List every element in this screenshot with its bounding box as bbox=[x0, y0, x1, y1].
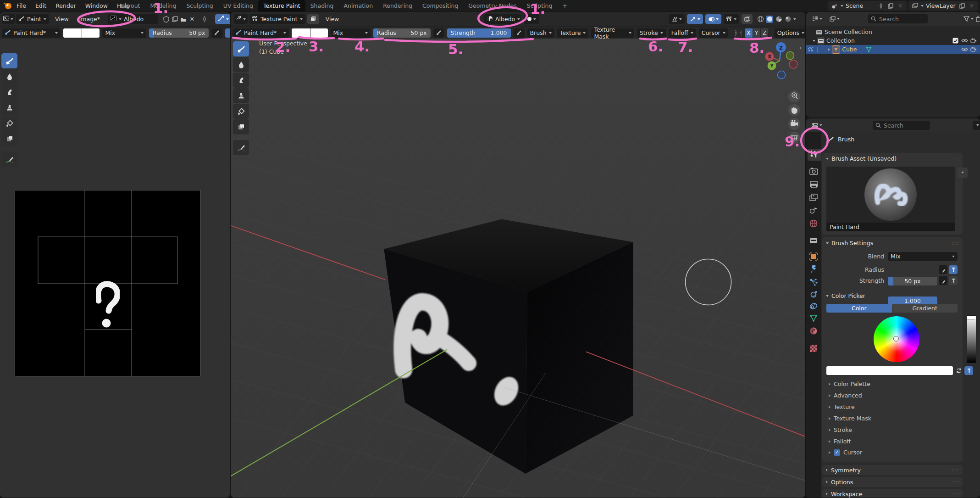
ie-radius-slider[interactable]: Radius 50 px bbox=[149, 28, 209, 38]
show-visibility-dropdown[interactable] bbox=[669, 14, 685, 24]
outliner-search-field[interactable]: Search bbox=[868, 14, 928, 23]
value-slider[interactable] bbox=[967, 315, 976, 363]
cursor-popover[interactable]: Cursor bbox=[699, 28, 728, 38]
display-channels-button[interactable] bbox=[524, 14, 539, 24]
tab-render-icon[interactable] bbox=[809, 167, 819, 175]
ie-tool-annotate[interactable] bbox=[1, 152, 17, 167]
radius-slider[interactable]: 50 px bbox=[888, 277, 937, 285]
outliner-display-mode-dropdown[interactable] bbox=[809, 14, 825, 23]
secondary-color-swatch[interactable] bbox=[889, 366, 953, 375]
subpanel-texture-mask[interactable]: Texture Mask bbox=[829, 415, 871, 422]
symmetry-panel[interactable]: Symmetry:::: bbox=[822, 465, 963, 475]
swap-colors-icon[interactable] bbox=[955, 367, 963, 375]
row-collection[interactable]: Collection bbox=[806, 36, 980, 45]
ie-color-swatches[interactable] bbox=[63, 28, 100, 38]
vp-color-swatches[interactable] bbox=[292, 28, 328, 38]
tab-world-icon[interactable] bbox=[809, 219, 819, 228]
texture-canvas[interactable] bbox=[15, 190, 201, 376]
brush-color-swatch[interactable] bbox=[826, 366, 889, 375]
show-overlays-dropdown[interactable] bbox=[705, 14, 721, 24]
brush-popover[interactable]: Brush bbox=[527, 28, 554, 38]
pin-icon[interactable] bbox=[877, 2, 885, 10]
menu-file[interactable]: File bbox=[12, 0, 31, 11]
tab-geometry-nodes[interactable]: Geometry Nodes bbox=[463, 0, 521, 11]
menu-edit[interactable]: Edit bbox=[31, 0, 51, 11]
row-cube-selected[interactable]: | Cube bbox=[806, 45, 980, 54]
primary-color-swatch[interactable] bbox=[63, 28, 82, 38]
ie-brush-selector[interactable]: Paint Hard* bbox=[2, 28, 61, 38]
copy-viewlayer-icon[interactable] bbox=[958, 2, 966, 10]
tab-output-icon[interactable] bbox=[809, 181, 819, 188]
add-workspace-button[interactable]: + bbox=[557, 0, 572, 11]
texture-popover[interactable]: Texture bbox=[557, 28, 589, 38]
ie-tool-fill[interactable] bbox=[1, 116, 17, 131]
tab-sculpting[interactable]: Sculpting bbox=[181, 0, 218, 11]
tab-texture-paint[interactable]: Texture Paint bbox=[258, 0, 305, 11]
image-editor-image-menu[interactable]: Image* bbox=[75, 14, 105, 24]
image-datablock-field[interactable]: Albedo bbox=[108, 14, 158, 24]
color-unified-button[interactable] bbox=[964, 366, 973, 375]
show-gizmo-dropdown[interactable] bbox=[687, 14, 703, 24]
vp-tool-draw[interactable] bbox=[233, 41, 249, 56]
mirror-x-toggle[interactable]: X bbox=[745, 28, 753, 38]
tab-layout[interactable]: Layout bbox=[116, 0, 145, 11]
vp-tool-smear[interactable] bbox=[233, 73, 249, 88]
strength-unified-button[interactable] bbox=[949, 276, 958, 285]
secondary-color-swatch[interactable] bbox=[82, 28, 100, 38]
ie-radius-pressure-button[interactable] bbox=[211, 28, 222, 38]
properties-options-dropdown[interactable] bbox=[973, 121, 980, 130]
viewport-editor-type-button[interactable] bbox=[234, 14, 248, 24]
subpanel-stroke[interactable]: Stroke bbox=[829, 426, 852, 433]
tab-viewlayer-icon[interactable] bbox=[809, 194, 819, 201]
collapse-chevron-icon[interactable] bbox=[826, 158, 829, 160]
tab-scene-icon[interactable] bbox=[809, 207, 819, 214]
vp-strength-pressure-button[interactable] bbox=[514, 28, 525, 38]
shading-rendered-button[interactable] bbox=[784, 16, 792, 23]
tab-compositing[interactable]: Compositing bbox=[417, 0, 463, 11]
subpanel-color-palette[interactable]: Color Palette bbox=[829, 380, 870, 387]
tab-rendering[interactable]: Rendering bbox=[378, 0, 417, 11]
outliner-filter-mode-dropdown[interactable] bbox=[827, 14, 842, 23]
subpanel-advanced[interactable]: Advanced bbox=[829, 392, 862, 399]
new-image-icon[interactable] bbox=[171, 16, 178, 23]
paint-mode-dropdown[interactable]: Paint bbox=[16, 14, 49, 24]
tab-gradient[interactable]: Gradient bbox=[892, 304, 958, 313]
vp-tool-mask[interactable] bbox=[233, 119, 249, 134]
texture-mask-popover[interactable]: Texture Mask bbox=[591, 28, 634, 38]
viewlayer-selector[interactable]: ViewLayer ✕ bbox=[908, 1, 978, 11]
disable-render-camera-icon[interactable] bbox=[970, 46, 977, 53]
panel-grip-icon[interactable]: :::: bbox=[952, 241, 959, 246]
workspace-panel[interactable]: Workspace:::: bbox=[822, 489, 963, 498]
navigation-gizmo[interactable]: Z X Y bbox=[757, 40, 805, 146]
tab-object-icon[interactable] bbox=[809, 252, 819, 261]
strength-pressure-button[interactable] bbox=[939, 276, 947, 285]
tab-constraints-icon[interactable] bbox=[809, 302, 819, 310]
checkbox-icon[interactable] bbox=[952, 37, 959, 45]
image-editor-view-menu[interactable]: View bbox=[50, 14, 73, 24]
panel-grip-icon[interactable]: :::: bbox=[952, 157, 959, 161]
tab-animation[interactable]: Animation bbox=[338, 0, 378, 11]
ie-tool-smear[interactable] bbox=[1, 84, 17, 100]
tab-particles-icon[interactable] bbox=[809, 278, 819, 286]
ie-blend-dropdown[interactable]: Mix bbox=[102, 28, 146, 38]
blend-dropdown[interactable]: Mix bbox=[888, 252, 958, 261]
editor-type-button[interactable] bbox=[2, 14, 15, 24]
vp-tool-annotate[interactable] bbox=[233, 140, 249, 155]
shading-wireframe-button[interactable] bbox=[757, 16, 764, 23]
fake-user-shield-icon[interactable] bbox=[162, 16, 170, 23]
pin-id-icon[interactable] bbox=[201, 16, 208, 23]
cursor-checkbox[interactable]: ✓ bbox=[834, 449, 840, 456]
tab-color[interactable]: Color bbox=[826, 304, 892, 313]
tab-scripting[interactable]: Scripting bbox=[522, 0, 558, 11]
options-popover[interactable]: Options bbox=[775, 28, 805, 38]
tab-data-icon[interactable] bbox=[809, 314, 819, 323]
vp-radius-slider[interactable]: Radius 50 px bbox=[373, 28, 431, 38]
tab-modifiers-icon[interactable] bbox=[809, 265, 819, 274]
texture-slot-icon-button[interactable] bbox=[307, 14, 319, 24]
brush-preview[interactable] bbox=[826, 167, 955, 223]
brush-preview-dropdown-button[interactable] bbox=[958, 168, 968, 178]
open-image-folder-icon[interactable] bbox=[180, 16, 187, 23]
vp-tool-fill[interactable] bbox=[233, 104, 249, 119]
vp-radius-pressure-button[interactable] bbox=[433, 28, 444, 38]
subpanel-cursor[interactable]: ✓ Cursor bbox=[829, 449, 862, 456]
